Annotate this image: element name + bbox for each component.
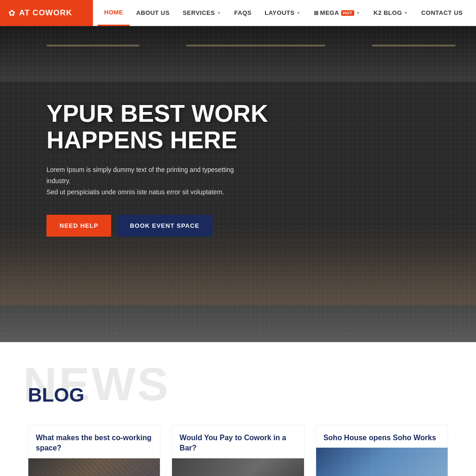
blog-card-image (172, 458, 304, 476)
nav-item-about[interactable]: ABOUT US (130, 0, 176, 26)
nav-item-services[interactable]: SERVICES ▼ (176, 0, 228, 26)
need-help-button[interactable]: NEED HELP (46, 215, 111, 237)
brand-name: AT COWORK (19, 8, 72, 18)
chevron-down-icon: ▼ (217, 11, 221, 15)
nav-item-faqs[interactable]: FAQS (228, 0, 258, 26)
hero-title: YPUR BEST WORK HAPPENS HERE (46, 100, 268, 153)
grid-icon: ⊞ (314, 10, 319, 16)
brand-logo[interactable]: ✿ AT COWORK (0, 0, 93, 26)
blog-card-title: What makes the best co-working space? (28, 425, 160, 458)
blog-title: BLOG (28, 370, 448, 406)
nav-item-layouts[interactable]: LAYOUTS ▼ (258, 0, 307, 26)
navbar-menu: HOME ABOUT US SERVICES ▼ FAQS LAYOUTS ▼ … (93, 0, 474, 26)
blog-card-title: Would You Pay to Cowork in a Bar? (172, 425, 304, 458)
hero-section: YPUR BEST WORK HAPPENS HERE Lorem Ipsum … (0, 26, 476, 342)
hero-description: Lorem Ipsum is simply dummy text of the … (46, 165, 242, 198)
brand-icon: ✿ (8, 8, 15, 18)
blog-card[interactable]: What makes the best co-working space? (28, 425, 160, 476)
nav-item-k2blog[interactable]: K2 BLOG ▼ (367, 0, 415, 26)
chevron-down-icon: ▼ (356, 11, 360, 15)
chevron-down-icon: ▼ (297, 11, 301, 15)
blog-cards-grid: What makes the best co-working space? Wo… (28, 425, 448, 476)
hero-buttons: NEED HELP BOOK EVENT SPACE (46, 215, 268, 237)
hot-badge: HOT (341, 10, 355, 16)
blog-card-title: Soho House opens Soho Works (316, 425, 448, 448)
nav-item-mega[interactable]: ⊞ MEGA HOT ▼ (307, 0, 367, 26)
blog-card[interactable]: Soho House opens Soho Works (316, 425, 448, 476)
nav-item-contact[interactable]: CONTACT US (415, 0, 469, 26)
book-event-button[interactable]: BOOK EVENT SPACE (117, 215, 212, 237)
hero-content: YPUR BEST WORK HAPPENS HERE Lorem Ipsum … (46, 100, 268, 237)
blog-card[interactable]: Would You Pay to Cowork in a Bar? (172, 425, 304, 476)
chevron-down-icon: ▼ (404, 11, 408, 15)
blog-card-image (316, 448, 448, 476)
nav-item-home[interactable]: HOME (98, 0, 130, 26)
blog-card-image (28, 458, 160, 476)
blog-heading: NEWS BLOG (28, 370, 448, 406)
hamburger-menu[interactable]: ☰ (474, 7, 476, 19)
blog-section: NEWS BLOG What makes the best co-working… (0, 342, 476, 476)
navbar: ✿ AT COWORK HOME ABOUT US SERVICES ▼ FAQ… (0, 0, 476, 26)
